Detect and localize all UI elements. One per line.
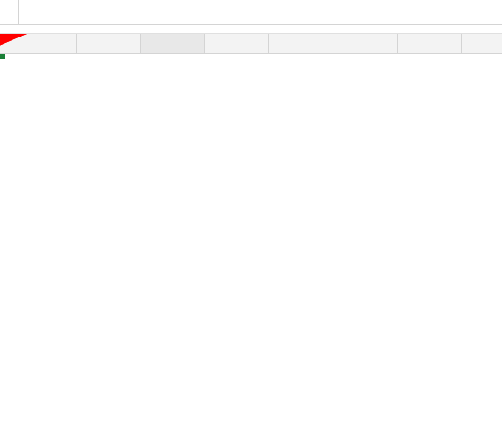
col-header-H[interactable]: [269, 34, 333, 53]
formula-bar: [0, 0, 502, 25]
column-headers: [0, 34, 502, 54]
toolbar-spacer: [0, 25, 502, 34]
annotation-arrows: [0, 34, 502, 448]
col-header-J[interactable]: [398, 34, 462, 53]
formula-bar-left-gap: [0, 0, 7, 24]
col-header-E[interactable]: [77, 34, 141, 53]
corner-spacer[interactable]: [0, 34, 12, 53]
formula-input[interactable]: [19, 0, 502, 24]
col-header-D[interactable]: [12, 34, 77, 53]
col-header-I[interactable]: [333, 34, 398, 53]
col-header-G[interactable]: [205, 34, 269, 53]
fx-icon[interactable]: [7, 0, 19, 24]
col-header-F[interactable]: [141, 34, 205, 53]
active-cell-fill-handle[interactable]: [0, 54, 5, 59]
spreadsheet-area: [0, 34, 502, 54]
